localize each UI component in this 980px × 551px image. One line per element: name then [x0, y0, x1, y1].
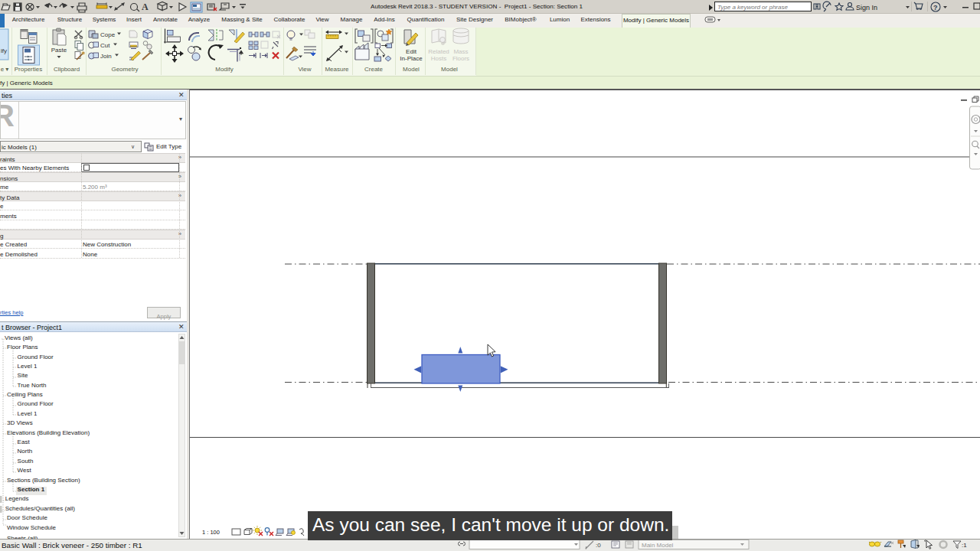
svg-text:Paste: Paste [51, 47, 67, 54]
svg-text:Cut: Cut [100, 42, 110, 49]
svg-text:Cope: Cope [100, 31, 116, 38]
svg-text:Main Model: Main Model [642, 542, 674, 549]
svg-text:Mass: Mass [453, 48, 468, 55]
svg-text:Hosts: Hosts [431, 55, 446, 62]
svg-text:?: ? [933, 4, 938, 11]
svg-text:Floors: Floors [452, 55, 469, 62]
svg-text:ify: ify [1, 47, 7, 54]
svg-text:In-Place: In-Place [400, 55, 423, 62]
svg-text::0: :0 [596, 542, 601, 549]
svg-text:A: A [142, 2, 149, 12]
svg-text:1 : 100: 1 : 100 [202, 529, 220, 536]
svg-text::1: :1 [962, 542, 967, 549]
svg-text:Related: Related [428, 48, 449, 55]
svg-text:Join: Join [100, 53, 112, 60]
svg-text:Sign In: Sign In [856, 4, 877, 11]
svg-text:Edit: Edit [406, 48, 417, 55]
